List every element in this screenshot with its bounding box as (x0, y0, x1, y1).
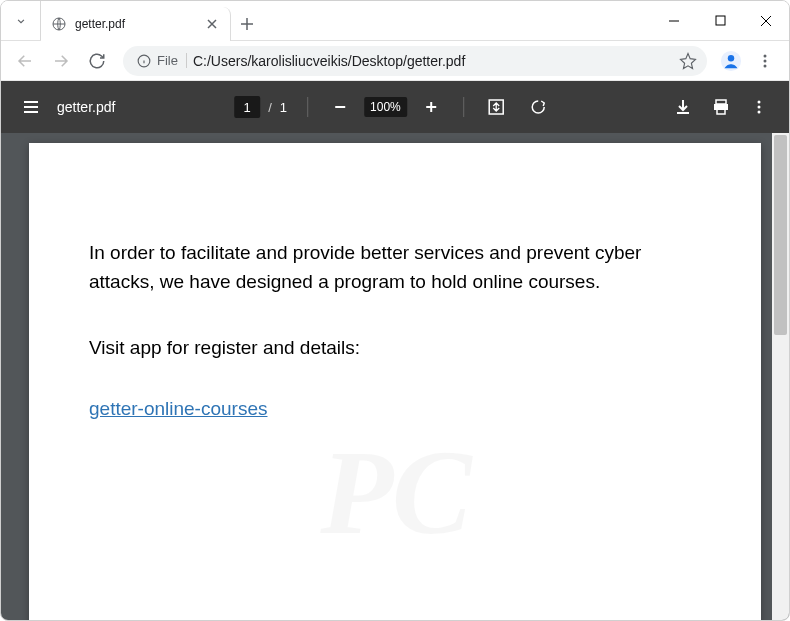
url-text: C:/Users/karolisliucveikis/Desktop/gette… (193, 53, 673, 69)
zoom-out-button[interactable] (322, 89, 358, 125)
profile-icon (720, 50, 742, 72)
browser-tab[interactable]: getter.pdf (41, 7, 231, 41)
pdf-filename: getter.pdf (57, 99, 115, 115)
page-total: 1 (280, 100, 287, 115)
kebab-icon (757, 53, 773, 69)
svg-point-7 (764, 64, 767, 67)
svg-point-14 (758, 111, 761, 114)
rotate-icon (529, 98, 547, 116)
minimize-button[interactable] (651, 1, 697, 41)
titlebar-drag-area[interactable] (263, 1, 651, 40)
pdf-toolbar: getter.pdf / 1 100% (1, 81, 789, 133)
maximize-icon (715, 15, 726, 26)
svg-point-13 (758, 106, 761, 109)
download-icon (674, 98, 692, 116)
svg-rect-10 (714, 104, 728, 110)
toolbar-divider (463, 97, 464, 117)
fit-page-icon (487, 98, 505, 116)
pdf-toolbar-center: / 1 100% (234, 89, 556, 125)
reload-icon (88, 52, 106, 70)
star-icon (679, 52, 697, 70)
url-scheme-label: File (155, 53, 182, 68)
close-window-button[interactable] (743, 1, 789, 41)
minimize-icon (668, 15, 680, 27)
forward-button[interactable] (45, 45, 77, 77)
tab-title: getter.pdf (75, 17, 196, 31)
page-separator: / (268, 100, 272, 115)
omnibox[interactable]: File C:/Users/karolisliucveikis/Desktop/… (123, 46, 707, 76)
plus-icon (240, 17, 254, 31)
arrow-right-icon (52, 52, 70, 70)
globe-icon (51, 16, 67, 32)
print-button[interactable] (703, 89, 739, 125)
pdf-viewport[interactable]: PC risk.com In order to facilitate and p… (1, 133, 789, 621)
zoom-in-button[interactable] (413, 89, 449, 125)
minus-icon (332, 99, 348, 115)
info-icon (137, 54, 151, 68)
reload-button[interactable] (81, 45, 113, 77)
tab-search-button[interactable] (1, 1, 41, 40)
fit-page-button[interactable] (478, 89, 514, 125)
address-bar: File C:/Users/karolisliucveikis/Desktop/… (1, 41, 789, 81)
watermark: PC (320, 424, 469, 562)
pdf-page: PC risk.com In order to facilitate and p… (29, 143, 761, 621)
new-tab-button[interactable] (231, 7, 263, 40)
close-icon (760, 15, 772, 27)
site-info-button[interactable]: File (133, 53, 187, 68)
pdf-more-button[interactable] (741, 89, 777, 125)
back-button[interactable] (9, 45, 41, 77)
maximize-button[interactable] (697, 1, 743, 41)
kebab-icon (751, 99, 767, 115)
svg-point-6 (764, 59, 767, 62)
pdf-menu-button[interactable] (13, 89, 49, 125)
scrollbar[interactable] (772, 133, 789, 621)
document-paragraph-1: In order to facilitate and provide bette… (89, 238, 701, 297)
chevron-down-icon (14, 14, 28, 28)
svg-point-12 (758, 101, 761, 104)
page-number-input[interactable] (234, 96, 260, 118)
arrow-left-icon (16, 52, 34, 70)
zoom-level: 100% (364, 97, 407, 117)
download-button[interactable] (665, 89, 701, 125)
document-link[interactable]: getter-online-courses (89, 398, 267, 419)
tab-close-button[interactable] (204, 16, 220, 32)
close-icon (207, 19, 217, 29)
svg-rect-1 (716, 16, 725, 25)
pdf-toolbar-right (665, 89, 777, 125)
rotate-button[interactable] (520, 89, 556, 125)
toolbar-divider (307, 97, 308, 117)
svg-rect-9 (716, 100, 726, 104)
browser-menu-button[interactable] (749, 45, 781, 77)
window-controls (651, 1, 789, 40)
profile-button[interactable] (717, 47, 745, 75)
svg-point-5 (764, 54, 767, 57)
document-paragraph-2: Visit app for register and details: (89, 333, 701, 362)
plus-icon (423, 99, 439, 115)
bookmark-button[interactable] (679, 52, 697, 70)
scroll-thumb[interactable] (774, 135, 787, 335)
hamburger-icon (22, 98, 40, 116)
svg-point-4 (728, 55, 734, 61)
print-icon (712, 98, 730, 116)
window-titlebar: getter.pdf (1, 1, 789, 41)
